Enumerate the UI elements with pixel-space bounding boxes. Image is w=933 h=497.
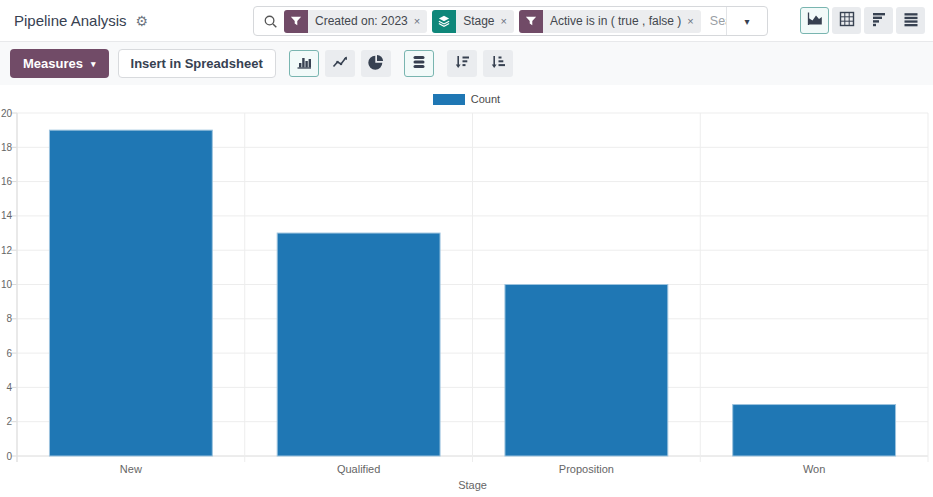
pie-chart-icon: [368, 54, 384, 74]
svg-text:Proposition: Proposition: [559, 463, 614, 475]
svg-text:Stage: Stage: [458, 479, 487, 491]
facet-created-on: Created on: 2023 ×: [284, 10, 427, 33]
facet-stage: Stage ×: [432, 10, 514, 33]
view-switcher: [800, 7, 925, 34]
facet-active: Active is in ( true , false ) ×: [519, 10, 701, 33]
line-chart-icon: [332, 54, 348, 74]
sort-group: [447, 50, 513, 77]
svg-text:New: New: [120, 463, 142, 475]
svg-text:6: 6: [6, 348, 12, 359]
svg-text:16: 16: [1, 176, 13, 187]
view-switch-cohort[interactable]: [864, 7, 893, 34]
sort-descending-icon: [454, 54, 470, 74]
svg-text:20: 20: [1, 108, 13, 119]
view-switch-graph[interactable]: [800, 7, 829, 34]
svg-text:14: 14: [1, 210, 13, 221]
stacked-icon: [411, 54, 427, 74]
chart-type-group: [289, 50, 391, 77]
legend-swatch: [433, 94, 465, 105]
filter-icon: [284, 10, 308, 33]
bar-chart-icon: [296, 54, 312, 74]
facet-label: Active is in ( true , false ): [550, 14, 681, 28]
pie-chart-button[interactable]: [361, 50, 391, 77]
svg-text:12: 12: [1, 245, 13, 256]
search-bar[interactable]: Created on: 2023 × Stage ×: [253, 6, 768, 36]
svg-text:2: 2: [6, 416, 12, 427]
facet-remove-icon[interactable]: ×: [687, 15, 693, 27]
page-title: Pipeline Analysis: [14, 12, 127, 29]
svg-text:0: 0: [6, 451, 12, 462]
chevron-down-icon: ▾: [744, 16, 749, 27]
legend-label: Count: [471, 93, 500, 105]
line-chart-button[interactable]: [325, 50, 355, 77]
chart-legend[interactable]: Count: [0, 92, 933, 106]
svg-text:10: 10: [1, 279, 13, 290]
cohort-icon: [871, 11, 887, 31]
chevron-down-icon: ▾: [91, 59, 96, 69]
facet-remove-icon[interactable]: ×: [501, 15, 507, 27]
area-chart-icon: [807, 11, 823, 31]
gear-icon[interactable]: ⚙: [136, 13, 149, 29]
list-icon: [903, 11, 919, 31]
chart-area: Count 02468101214161820NewQualifiedPropo…: [0, 85, 933, 497]
layers-icon: [432, 10, 456, 33]
search-input[interactable]: Search...: [710, 14, 726, 28]
sort-descending-button[interactable]: [447, 50, 477, 77]
filter-icon: [519, 10, 543, 33]
facet-label: Stage: [463, 14, 494, 28]
svg-text:Won: Won: [803, 463, 825, 475]
search-facets: Created on: 2023 × Stage ×: [284, 10, 701, 33]
sort-ascending-button[interactable]: [483, 50, 513, 77]
facet-label: Created on: 2023: [315, 14, 408, 28]
stacked-group: [404, 50, 434, 77]
view-switch-list[interactable]: [896, 7, 925, 34]
pivot-table-icon: [839, 11, 855, 31]
top-bar: Pipeline Analysis ⚙ Created on: 2023 ×: [0, 0, 933, 42]
bar-chart-button[interactable]: [289, 50, 319, 77]
measures-button[interactable]: Measures ▾: [10, 49, 109, 78]
bar-chart-svg[interactable]: 02468101214161820NewQualifiedProposition…: [0, 106, 933, 497]
view-switch-pivot[interactable]: [832, 7, 861, 34]
sort-ascending-icon: [490, 54, 506, 74]
stacked-toggle-button[interactable]: [404, 50, 434, 77]
facet-remove-icon[interactable]: ×: [414, 15, 420, 27]
svg-text:Qualified: Qualified: [337, 463, 380, 475]
svg-text:4: 4: [6, 382, 12, 393]
insert-in-spreadsheet-button[interactable]: Insert in Spreadsheet: [118, 49, 276, 78]
svg-text:8: 8: [6, 313, 12, 324]
control-panel: Measures ▾ Insert in Spreadsheet: [0, 42, 933, 85]
search-icon: [254, 14, 284, 29]
search-dropdown-toggle[interactable]: ▾: [726, 7, 767, 35]
svg-text:18: 18: [1, 142, 13, 153]
